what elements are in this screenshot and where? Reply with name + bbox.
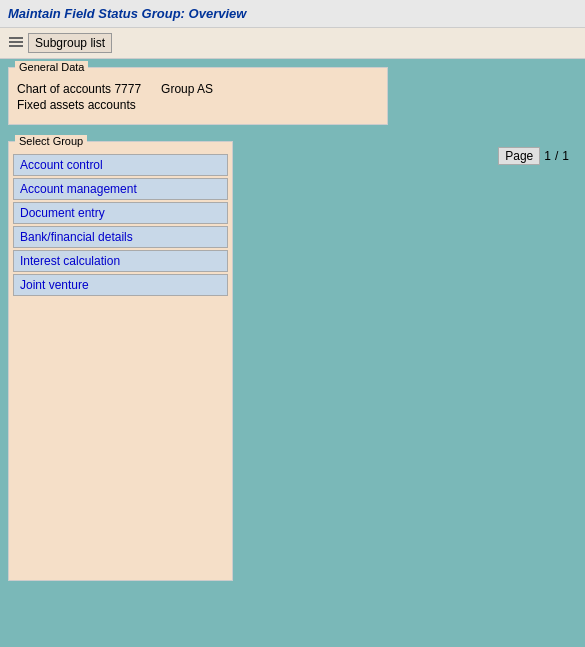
page-title: Maintain Field Status Group: Overview (8, 6, 246, 21)
subgroup-list-button[interactable]: Subgroup list (28, 33, 112, 53)
group-list-item[interactable]: Interest calculation (13, 250, 228, 272)
group-list: Account controlAccount managementDocumen… (13, 154, 228, 296)
page-indicator: Page 1 / 1 (498, 147, 569, 165)
subgroup-list-label: Subgroup list (35, 36, 105, 50)
svg-rect-0 (9, 37, 23, 39)
page-separator: / (555, 149, 558, 163)
fixed-assets-label: Fixed assets accounts (17, 98, 136, 112)
chart-of-accounts-label: Chart of accounts 7777 (17, 82, 141, 96)
toolbar-icon (8, 35, 24, 51)
page-total: 1 (562, 149, 569, 163)
toolbar: Subgroup list (0, 28, 585, 59)
group-list-item[interactable]: Joint venture (13, 274, 228, 296)
main-content: General Data Chart of accounts 7777 Grou… (0, 59, 585, 636)
select-group-title: Select Group (15, 135, 87, 147)
svg-rect-1 (9, 41, 23, 43)
group-list-item[interactable]: Document entry (13, 202, 228, 224)
select-group-box: Select Group Account controlAccount mana… (8, 141, 233, 581)
group-list-item[interactable]: Bank/financial details (13, 226, 228, 248)
svg-rect-2 (9, 45, 23, 47)
page-label: Page (498, 147, 540, 165)
group-list-item[interactable]: Account control (13, 154, 228, 176)
general-data-title: General Data (15, 61, 88, 73)
page-current: 1 (544, 149, 551, 163)
title-bar: Maintain Field Status Group: Overview (0, 0, 585, 28)
group-label: Group AS (161, 82, 213, 96)
general-data-box: General Data Chart of accounts 7777 Grou… (8, 67, 388, 125)
group-list-item[interactable]: Account management (13, 178, 228, 200)
general-data-content: Chart of accounts 7777 Group AS Fixed as… (17, 82, 379, 112)
